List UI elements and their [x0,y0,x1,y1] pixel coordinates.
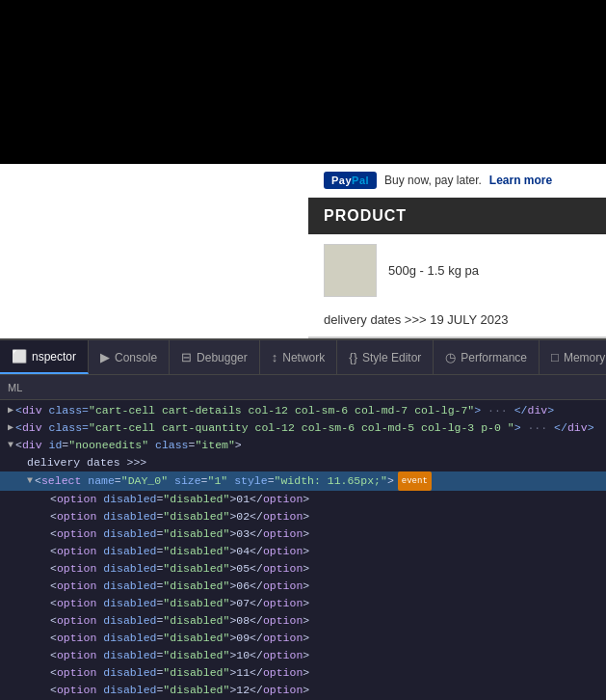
delivery-text-node: delivery dates >>> [27,454,146,471]
html-line-opt-12: <option disabled="disabled">12</option> [0,682,606,699]
html-line-opt-02: <option disabled="disabled">02</option> [0,508,606,525]
html-line-3[interactable]: ▼ <div id="nooneedits" class="item"> [0,437,606,454]
paypal-learn-link[interactable]: Learn more [489,174,552,187]
tab-memory[interactable]: □ Memory [540,340,606,374]
paypal-logo: PayPal [324,172,377,189]
option-02: <option disabled="disabled">02</option> [50,508,309,525]
tab-debugger[interactable]: ⊟ Debugger [170,340,260,374]
triangle-2[interactable]: ▶ [8,419,13,437]
html-line-opt-05: <option disabled="disabled">05</option> [0,560,606,578]
product-area: PayPal Buy now, pay later. Learn more PR… [0,164,606,338]
console-icon: ▶ [100,350,110,364]
product-description: 500g - 1.5 kg pa [388,263,479,278]
option-11: <option disabled="disabled">11</option> [50,664,309,682]
tab-inspector[interactable]: ⬜ nspector [0,340,89,374]
triangle-5[interactable]: ▼ [27,472,33,490]
option-08: <option disabled="disabled">08</option> [50,612,309,630]
option-06: <option disabled="disabled">06</option> [50,578,309,595]
devtools-toolbar: ⬜ nspector ▶ Console ⊟ Debugger ↕ Networ… [0,340,606,375]
tab-console-label: Console [115,351,157,364]
html-line-opt-04: <option disabled="disabled">04</option> [0,543,606,560]
tab-network[interactable]: ↕ Network [260,340,338,374]
option-10: <option disabled="disabled">10</option> [50,647,309,664]
delivery-dates: delivery dates >>> 19 JULY 2023 [308,307,606,338]
option-12: <option disabled="disabled">12</option> [50,682,309,699]
line1-content: <div class="cart-cell cart-details col-1… [15,402,554,419]
style-editor-icon: {} [349,350,357,364]
option-04: <option disabled="disabled">04</option> [50,543,309,560]
option-07: <option disabled="disabled">07</option> [50,595,309,612]
html-line-opt-01: <option disabled="disabled">01</option> [0,491,606,508]
tab-inspector-label: nspector [32,350,76,363]
top-browser-area [0,0,606,164]
event-badge: event [398,471,432,491]
triangle-1[interactable]: ▶ [8,402,13,419]
line5-content: <select name="DAY_0" size="1" style="wid… [35,472,394,490]
tab-performance[interactable]: ◷ Performance [434,340,540,374]
option-05: <option disabled="disabled">05</option> [50,560,309,578]
devtools-panel: ⬜ nspector ▶ Console ⊟ Debugger ↕ Networ… [0,338,606,700]
html-line-opt-07: <option disabled="disabled">07</option> [0,595,606,612]
tab-console[interactable]: ▶ Console [89,340,170,374]
product-image [324,244,377,297]
tab-memory-label: Memory [564,351,605,364]
html-line-opt-08: <option disabled="disabled">08</option> [0,612,606,630]
html-line-opt-10: <option disabled="disabled">10</option> [0,647,606,664]
paypal-buy-text: Buy now, pay later. [384,174,482,187]
tab-style-editor[interactable]: {} Style Editor [337,340,434,374]
product-info-row: 500g - 1.5 kg pa [308,234,606,307]
network-icon: ↕ [272,350,278,364]
devtools-secondary-bar: ML [0,375,606,400]
memory-icon: □ [551,350,559,364]
inspector-icon: ⬜ [12,349,27,363]
line3-content: <div id="nooneedits" class="item"> [15,437,242,454]
option-03: <option disabled="disabled">03</option> [50,525,309,543]
html-line-opt-09: <option disabled="disabled">09</option> [0,630,606,647]
line2-content: <div class="cart-cell cart-quantity col-… [15,419,594,437]
delivery-label: delivery dates >>> 19 JULY 2023 [324,312,508,327]
html-line-opt-06: <option disabled="disabled">06</option> [0,578,606,595]
html-line-4: delivery dates >>> [0,454,606,471]
option-09: <option disabled="disabled">09</option> [50,630,309,647]
tab-performance-label: Performance [461,351,527,364]
html-source-panel: ▶ <div class="cart-cell cart-details col… [0,400,606,700]
html-line-2[interactable]: ▶ <div class="cart-cell cart-quantity co… [0,419,606,437]
tab-debugger-label: Debugger [197,351,248,364]
debugger-icon: ⊟ [181,350,192,364]
secondary-label: ML [8,382,22,393]
tab-network-label: Network [282,351,325,364]
product-header: PRODUCT [308,198,606,234]
performance-icon: ◷ [445,350,456,364]
html-line-opt-11: <option disabled="disabled">11</option> [0,664,606,682]
triangle-3[interactable]: ▼ [8,437,13,454]
tab-style-editor-label: Style Editor [362,351,421,364]
html-line-1[interactable]: ▶ <div class="cart-cell cart-details col… [0,402,606,419]
paypal-bar: PayPal Buy now, pay later. Learn more [308,164,606,198]
html-line-opt-03: <option disabled="disabled">03</option> [0,525,606,543]
option-01: <option disabled="disabled">01</option> [50,491,309,508]
html-line-5-selected[interactable]: ▼ <select name="DAY_0" size="1" style="w… [0,471,606,491]
product-header-text: PRODUCT [324,207,407,224]
